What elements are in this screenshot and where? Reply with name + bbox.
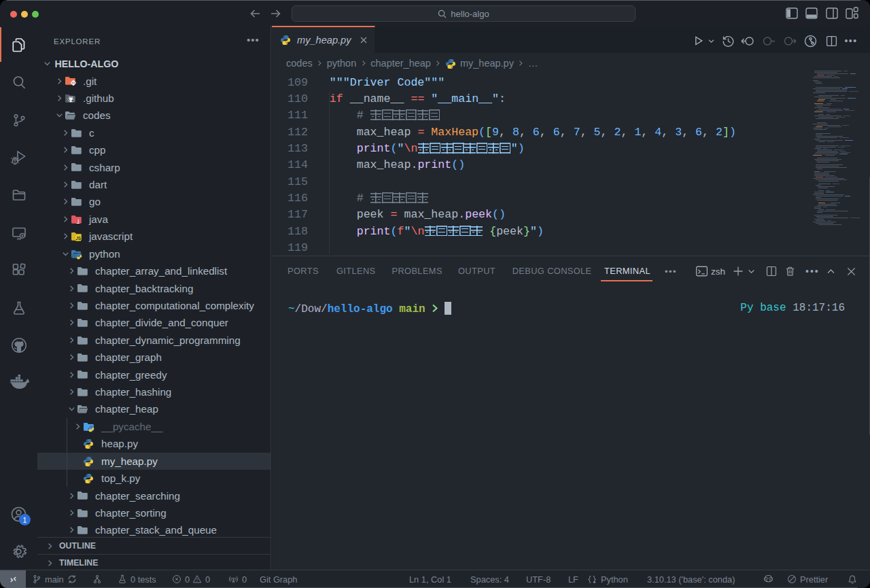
svg-text:JS: JS [75,236,82,241]
